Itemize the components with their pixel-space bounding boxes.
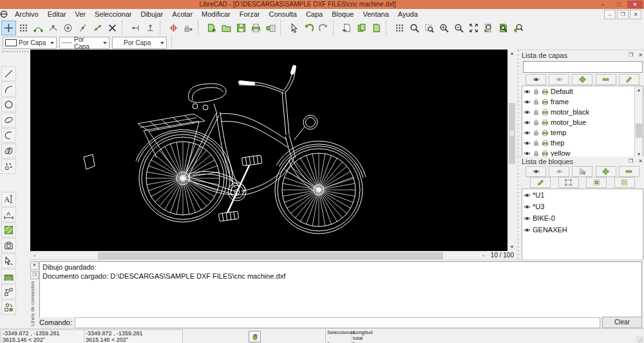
pan-hand-button[interactable] xyxy=(249,331,261,342)
scroll-down-icon[interactable]: ▼ xyxy=(508,243,516,251)
tool-block-create-button[interactable] xyxy=(1,284,16,299)
panel-close-icon[interactable]: ✕ xyxy=(636,158,644,166)
layers-scroll-thumb[interactable] xyxy=(636,124,642,138)
window-close-button[interactable]: ✕ xyxy=(627,1,643,8)
zoom-window-button[interactable] xyxy=(422,21,437,35)
tool-ellipse-button[interactable] xyxy=(1,113,16,127)
print-preview-button[interactable] xyxy=(263,21,278,35)
redraw-button[interactable] xyxy=(407,21,422,35)
tool-text-button[interactable] xyxy=(1,192,16,207)
mdi-restore-button[interactable]: ❐ xyxy=(617,10,629,19)
layer-print-icon[interactable] xyxy=(542,88,549,95)
layer-visible-icon[interactable] xyxy=(524,119,531,126)
mdi-close-button[interactable]: ✕ xyxy=(630,10,641,19)
panel-close-icon[interactable]: ✕ xyxy=(636,51,644,60)
new-document-button[interactable] xyxy=(204,21,219,35)
layer-visible-icon[interactable] xyxy=(524,140,531,147)
block-visible-icon[interactable] xyxy=(524,192,531,199)
vertical-scroll-thumb[interactable] xyxy=(509,103,515,164)
add-drawing-button[interactable] xyxy=(369,21,384,35)
layer-row[interactable]: frame xyxy=(522,97,643,107)
layer-visible-icon[interactable] xyxy=(524,88,531,95)
zoom-auto-button[interactable] xyxy=(466,21,481,35)
layer-lock-icon[interactable] xyxy=(533,150,540,157)
save-document-button[interactable] xyxy=(234,21,249,35)
snap-distance-button[interactable] xyxy=(90,21,105,35)
block-visible-icon[interactable] xyxy=(524,227,531,234)
blocks-hide-all-button[interactable] xyxy=(549,166,569,177)
menu-seleccionar[interactable]: Seleccionar xyxy=(90,9,136,19)
block-row[interactable]: GENAXEH xyxy=(522,224,643,236)
restrict-vertical-button[interactable] xyxy=(143,21,158,35)
open-document-button[interactable] xyxy=(219,21,234,35)
menu-modificar[interactable]: Modificar xyxy=(197,9,235,19)
tool-measure-button[interactable] xyxy=(1,269,16,284)
layer-print-icon[interactable] xyxy=(542,98,549,106)
lock-relative-zero-button[interactable] xyxy=(181,21,196,35)
block-visible-icon[interactable] xyxy=(524,203,531,210)
layer-lock-icon[interactable] xyxy=(533,88,540,95)
zoom-in-button[interactable] xyxy=(437,21,451,35)
toolbar-drag-handle[interactable] xyxy=(2,51,28,55)
tool-hatch-button[interactable] xyxy=(1,223,16,237)
block-visible-icon[interactable] xyxy=(524,215,531,222)
linewidth-select[interactable]: Por Capa xyxy=(112,37,167,49)
horizontal-scroll-thumb[interactable] xyxy=(98,252,443,259)
layer-lock-icon[interactable] xyxy=(533,109,540,116)
dock-close-icon[interactable]: ✕ xyxy=(30,261,39,270)
block-remove-button[interactable] xyxy=(619,166,639,177)
layers-show-all-button[interactable] xyxy=(526,74,546,85)
block-row[interactable]: *U3 xyxy=(522,201,643,212)
blocks-show-all-button[interactable] xyxy=(526,166,546,177)
tool-points-button[interactable] xyxy=(1,159,16,174)
layer-row[interactable]: Default xyxy=(522,86,643,97)
block-select-button[interactable] xyxy=(572,166,592,177)
layer-print-icon[interactable] xyxy=(542,119,549,126)
tool-select-button[interactable] xyxy=(1,254,16,268)
layer-print-icon[interactable] xyxy=(542,109,549,116)
panel-float-icon[interactable]: ❐ xyxy=(627,51,635,60)
window-minimize-button[interactable]: – xyxy=(595,1,611,8)
window-maximize-button[interactable]: □ xyxy=(611,1,627,8)
layer-visible-icon[interactable] xyxy=(524,150,531,157)
layers-list-scrollbar[interactable]: ▲ ▼ xyxy=(634,86,643,158)
layer-filter-input[interactable] xyxy=(523,61,643,73)
menu-ventana[interactable]: Ventana xyxy=(358,9,393,19)
block-row[interactable]: *U1 xyxy=(522,189,643,201)
layer-row[interactable]: temp xyxy=(522,127,643,138)
layer-lock-icon[interactable] xyxy=(533,129,540,136)
select-pointer-button[interactable] xyxy=(287,21,301,35)
tool-line-button[interactable] xyxy=(1,66,16,81)
block-rename-button[interactable] xyxy=(530,177,551,188)
layer-lock-icon[interactable] xyxy=(533,98,540,106)
zoom-pan-button[interactable] xyxy=(511,21,526,35)
tool-dimension-button[interactable] xyxy=(1,207,16,222)
tool-arc-button[interactable] xyxy=(1,82,16,97)
zoom-selected-button[interactable] xyxy=(496,21,511,35)
block-row[interactable]: BIKE-0 xyxy=(522,212,643,224)
layer-row[interactable]: motor_blue xyxy=(522,117,643,127)
block-insert-button[interactable] xyxy=(614,177,635,188)
snap-endpoint-button[interactable] xyxy=(31,21,46,35)
drawing-canvas[interactable] xyxy=(30,50,507,251)
zoom-previous-button[interactable] xyxy=(481,21,496,35)
canvas-horizontal-scrollbar[interactable]: ‹ › xyxy=(30,251,488,260)
menu-consulta[interactable]: Consulta xyxy=(265,9,301,19)
resize-grip[interactable] xyxy=(636,336,643,342)
block-save-button[interactable] xyxy=(586,177,607,188)
scroll-up-icon[interactable]: ▲ xyxy=(635,86,643,94)
tool-ellipse-arc-button[interactable] xyxy=(1,144,16,158)
panel-float-icon[interactable]: ❐ xyxy=(627,158,635,166)
layer-lock-icon[interactable] xyxy=(533,140,540,147)
layer-add-button[interactable] xyxy=(572,74,592,85)
menu-acotar[interactable]: Acotar xyxy=(167,9,197,19)
menu-ayuda[interactable]: Ayuda xyxy=(393,9,422,19)
scroll-up-icon[interactable]: ▲ xyxy=(508,50,516,57)
command-input[interactable] xyxy=(75,317,600,328)
menu-capa[interactable]: Capa xyxy=(301,9,327,19)
snap-middle-button[interactable] xyxy=(75,21,90,35)
canvas-vertical-scrollbar[interactable]: ▲ ▼ xyxy=(507,50,516,251)
zoom-out-button[interactable] xyxy=(451,21,466,35)
block-edit-button[interactable] xyxy=(558,177,579,188)
linetype-select[interactable]: Por Capa xyxy=(59,37,109,49)
